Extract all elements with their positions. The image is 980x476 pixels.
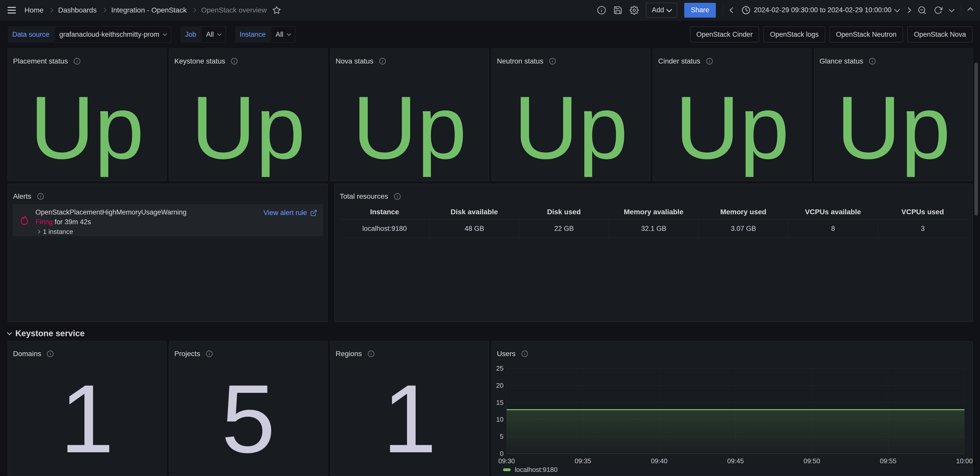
panel-title: Nova status (336, 57, 373, 65)
legend-item[interactable]: localhost:9180 (503, 466, 558, 474)
job-label[interactable]: Job (180, 26, 201, 43)
column-header[interactable]: Instance (340, 205, 429, 219)
info-icon[interactable] (368, 350, 375, 357)
panel-total-resources: Total resources Instance Disk available … (334, 184, 973, 322)
x-axis-tick: 09:50 (794, 457, 830, 465)
panel-title: Regions (336, 350, 362, 358)
column-header[interactable]: Memory avaliable (609, 205, 698, 219)
stat-value: 1 (60, 370, 114, 467)
instance-select[interactable]: All (271, 26, 295, 43)
info-icon[interactable] (379, 58, 386, 65)
job-variable: Job All (180, 26, 226, 43)
column-header[interactable]: Memory used (698, 205, 788, 219)
column-header[interactable]: VCPUs available (788, 205, 878, 219)
legend-series-color (503, 468, 511, 471)
x-axis-tick: 09:55 (870, 457, 906, 465)
x-gridline (964, 368, 965, 454)
zoom-out-time-icon[interactable] (918, 6, 927, 15)
collapse-controls-icon[interactable] (968, 8, 972, 12)
info-icon[interactable] (869, 58, 876, 65)
y-axis-tick: 25 (492, 365, 504, 373)
x-axis-tick: 09:35 (565, 457, 601, 465)
alert-rule-name: OpenStackPlacementHighMemoryUsageWarning (35, 208, 186, 216)
status-value: Up (675, 83, 789, 172)
menu-toggle-icon[interactable] (8, 7, 16, 14)
view-alert-rule-link[interactable]: View alert rule (263, 209, 317, 217)
job-value: All (206, 31, 214, 38)
info-icon[interactable] (706, 58, 713, 65)
alert-instances-expander[interactable]: 1 instance (37, 228, 73, 236)
save-dashboard-icon[interactable] (613, 6, 622, 15)
y-axis-tick: 20 (492, 382, 504, 390)
refresh-interval-dropdown-icon[interactable] (950, 8, 954, 12)
instance-value: All (275, 31, 283, 38)
column-header[interactable]: Disk available (429, 205, 519, 219)
breadcrumb-dashboards[interactable]: Dashboards (58, 6, 97, 14)
users-chart: 051015202509:3009:3509:4009:4509:5009:55… (492, 341, 973, 476)
info-icon[interactable] (549, 58, 556, 65)
datasource-label[interactable]: Data source (8, 26, 54, 43)
info-icon[interactable] (206, 350, 213, 357)
status-value: Up (30, 83, 144, 172)
panel-regions: Regions 1 (330, 341, 489, 476)
dashboard-settings-gear-icon[interactable] (630, 6, 639, 15)
resources-table: Instance Disk available Disk used Memory… (340, 205, 967, 238)
info-icon[interactable] (37, 193, 44, 200)
stat-value: 5 (221, 370, 275, 467)
breadcrumb-current: OpenStack overview (201, 6, 267, 14)
instance-label[interactable]: Instance (235, 26, 270, 43)
chevron-down-icon (894, 6, 900, 12)
job-select[interactable]: All (201, 26, 226, 43)
external-link-icon (310, 209, 317, 217)
panel-title: Cinder status (658, 57, 700, 65)
datasource-value: grafanacloud-keithschmitty-prom (59, 31, 159, 38)
info-icon[interactable] (394, 193, 401, 200)
y-axis-tick: 0 (492, 450, 504, 458)
info-icon[interactable] (47, 350, 54, 357)
chevron-down-icon (163, 32, 167, 36)
dashboard-info-icon[interactable] (597, 6, 606, 15)
table-cell: 3.07 GB (698, 219, 788, 238)
panel-title: Placement status (13, 57, 68, 65)
link-openstack-nova[interactable]: OpenStack Nova (907, 27, 972, 42)
row-keystone-service[interactable]: Keystone service (8, 328, 85, 338)
add-button[interactable]: Add (646, 3, 677, 17)
refresh-icon[interactable] (934, 6, 942, 14)
panel-users: Users 051015202509:3009:3509:4009:4509:5… (492, 341, 973, 476)
panel-glance-status: Glance status Up (814, 48, 973, 181)
status-value: Up (191, 83, 305, 172)
add-button-label: Add (652, 6, 664, 14)
time-range-picker[interactable]: 2024-02-29 09:30:00 to 2024-02-29 10:00:… (741, 6, 899, 14)
panel-cinder-status: Cinder status Up (653, 48, 811, 181)
link-openstack-neutron[interactable]: OpenStack Neutron (830, 27, 903, 42)
section-title: Keystone service (15, 328, 85, 338)
panel-title: Glance status (819, 57, 863, 65)
breadcrumb-integration[interactable]: Integration - OpenStack (111, 6, 187, 14)
chevron-down-icon (286, 32, 291, 36)
stat-value: 1 (383, 370, 436, 467)
column-header[interactable]: VCPUs used (878, 205, 967, 219)
chevron-right-icon (37, 230, 41, 234)
share-button[interactable]: Share (684, 3, 716, 17)
link-openstack-cinder[interactable]: OpenStack Cinder (690, 27, 759, 42)
link-openstack-logs[interactable]: OpenStack logs (764, 27, 825, 42)
chevron-down-icon (7, 330, 12, 335)
view-alert-rule-label: View alert rule (263, 209, 307, 217)
x-axis-tick: 09:45 (718, 457, 753, 465)
dashboard-controls: Data source grafanacloud-keithschmitty-p… (0, 21, 980, 48)
time-shift-back-icon[interactable] (730, 8, 735, 12)
time-shift-forward-icon[interactable] (906, 8, 910, 12)
firing-flame-icon (19, 215, 29, 225)
info-icon[interactable] (73, 58, 81, 65)
favorite-star-icon[interactable] (272, 6, 281, 14)
datasource-select[interactable]: grafanacloud-keithschmitty-prom (55, 26, 172, 43)
chevron-right-icon (192, 8, 196, 12)
table-cell: 48 GB (429, 219, 519, 238)
vertical-scrollbar[interactable] (974, 62, 978, 216)
column-header[interactable]: Disk used (519, 205, 609, 219)
alert-list-item[interactable]: OpenStackPlacementHighMemoryUsageWarning… (13, 204, 323, 236)
info-icon[interactable] (231, 58, 238, 65)
datasource-variable: Data source grafanacloud-keithschmitty-p… (8, 26, 171, 43)
breadcrumb-home[interactable]: Home (24, 6, 44, 14)
panel-title: Total resources (340, 192, 388, 200)
